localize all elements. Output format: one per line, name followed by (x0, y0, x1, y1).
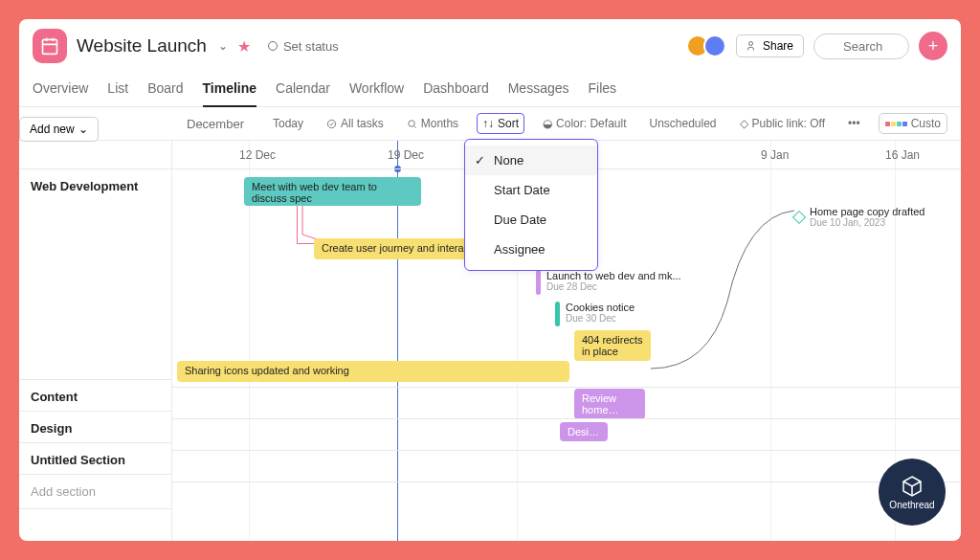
brand-badge: Onethread (879, 459, 946, 526)
tab-board[interactable]: Board (147, 73, 183, 106)
view-tabs: Overview List Board Timeline Calendar Wo… (19, 73, 961, 107)
today-button[interactable]: Today (268, 114, 308, 133)
date-col: 12 Dec (239, 148, 276, 162)
set-status-label: Set status (283, 39, 339, 54)
chevron-down-icon[interactable]: ⌄ (218, 39, 228, 53)
tab-dashboard[interactable]: Dashboard (423, 73, 489, 106)
share-label: Share (763, 39, 793, 53)
section-web-development[interactable]: Web Development (19, 169, 171, 380)
drop-icon: ◒ (543, 117, 552, 130)
add-new-label: Add new (30, 123, 75, 136)
search-input[interactable] (813, 34, 909, 59)
task-bar-design[interactable]: Desi… (560, 422, 608, 441)
svg-rect-0 (43, 39, 57, 54)
task-due: Due 30 Dec (566, 313, 635, 324)
project-title: Website Launch (77, 35, 207, 56)
set-status-button[interactable]: Set status (268, 39, 339, 54)
months-label: Months (421, 117, 458, 130)
task-bar-sharing-icons[interactable]: Sharing icons updated and working (177, 361, 569, 382)
dependency-curve (651, 206, 799, 378)
star-icon[interactable]: ★ (237, 37, 251, 56)
unscheduled-button[interactable]: Unscheduled (644, 114, 721, 133)
milestone-title: Home page copy drafted (810, 206, 924, 217)
app-window: Website Launch ⌄ ★ Set status Share + (19, 19, 961, 541)
add-button[interactable]: + (919, 32, 947, 60)
tab-messages[interactable]: Messages (508, 73, 569, 106)
header-right: Share + (686, 32, 947, 60)
color-button[interactable]: ◒ Color: Default (538, 114, 631, 133)
people-icon (746, 40, 758, 52)
task-bar-review-home[interactable]: Review home… (574, 389, 645, 419)
all-tasks-label: All tasks (341, 117, 384, 130)
sort-dropdown: None Start Date Due Date Assignee (464, 139, 598, 271)
timeline-toolbar: Add new ⌄ December Today All tasks Month… (19, 107, 961, 141)
task-bar-meet-spec[interactable]: Meet with web dev team to discuss spec (244, 177, 421, 206)
cube-icon (901, 475, 924, 498)
svg-point-8 (409, 120, 414, 125)
diamond-icon (792, 210, 806, 223)
tab-list[interactable]: List (107, 73, 128, 106)
month-label: December (187, 117, 244, 131)
section-untitled[interactable]: Untitled Section (19, 443, 171, 475)
task-bar-redirects[interactable]: 404 redirects in place (574, 330, 651, 361)
add-new-button[interactable]: Add new ⌄ (19, 117, 99, 142)
sort-icon: ↑↓ (482, 117, 494, 130)
color-dots-icon (885, 122, 907, 126)
section-content[interactable]: Content (19, 380, 171, 412)
svg-point-4 (748, 42, 752, 46)
avatar (703, 34, 726, 57)
member-avatars[interactable] (686, 34, 726, 57)
tab-calendar[interactable]: Calendar (276, 73, 330, 106)
date-col: 16 Jan (885, 148, 920, 162)
task-cookies[interactable]: Cookies notice Due 30 Dec (555, 302, 635, 326)
more-button[interactable]: ••• (843, 114, 865, 133)
section-design[interactable]: Design (19, 412, 171, 443)
date-col: 9 Jan (761, 148, 789, 162)
tab-files[interactable]: Files (589, 73, 617, 106)
color-label: Color: Default (556, 117, 626, 130)
sort-option-none[interactable]: None (465, 146, 597, 175)
project-icon (33, 29, 67, 63)
svg-line-9 (413, 125, 415, 127)
sort-option-start-date[interactable]: Start Date (465, 175, 597, 205)
all-tasks-filter[interactable]: All tasks (322, 114, 389, 133)
tab-overview[interactable]: Overview (33, 73, 88, 106)
tab-workflow[interactable]: Workflow (349, 73, 404, 106)
sections-column: Web Development Content Design Untitled … (19, 141, 172, 541)
chevron-down-icon: ⌄ (78, 123, 88, 136)
tab-timeline[interactable]: Timeline (203, 73, 257, 107)
public-link-button[interactable]: ◇ Public link: Off (735, 114, 830, 133)
link-icon: ◇ (740, 117, 748, 130)
check-circle-icon (326, 119, 337, 129)
milestone-homepage-copy[interactable]: Home page copy drafted Due 10 Jan, 2023 (794, 206, 924, 228)
status-circle-icon (268, 41, 278, 51)
zoom-months[interactable]: Months (402, 114, 463, 133)
project-header: Website Launch ⌄ ★ Set status Share + (19, 19, 961, 73)
task-title: Cookies notice (566, 302, 635, 313)
milestone-due: Due 10 Jan, 2023 (810, 217, 924, 228)
add-section-button[interactable]: Add section (19, 475, 171, 509)
public-link-label: Public link: Off (752, 117, 825, 130)
sort-option-assignee[interactable]: Assignee (465, 235, 597, 264)
customize-label: Custo (911, 117, 941, 130)
customize-button[interactable]: Custo (879, 113, 947, 134)
brand-label: Onethread (889, 500, 934, 510)
sort-button[interactable]: ↑↓ Sort None Start Date Due Date Assigne… (477, 113, 524, 134)
zoom-icon (407, 119, 417, 129)
share-button[interactable]: Share (736, 34, 804, 57)
svg-point-7 (327, 120, 335, 127)
date-col: 19 Dec (388, 148, 424, 162)
sort-option-due-date[interactable]: Due Date (465, 205, 597, 235)
sort-label: Sort (498, 117, 519, 130)
search-wrap (813, 34, 909, 59)
